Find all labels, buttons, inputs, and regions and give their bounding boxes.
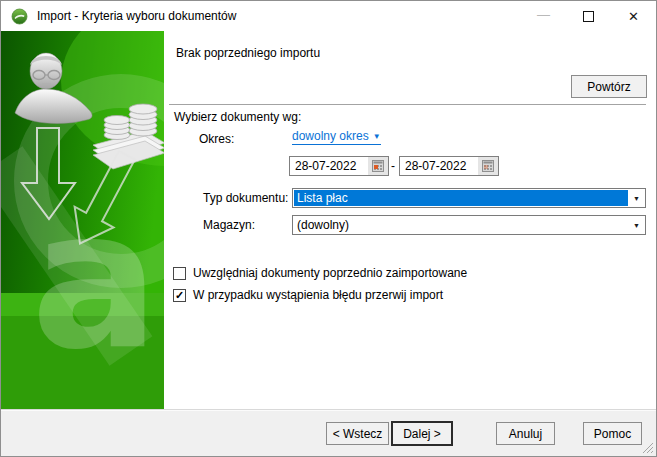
date-to-field: [399, 156, 499, 176]
checkbox-box-unchecked[interactable]: [173, 267, 186, 280]
sidebar-artwork: a: [1, 31, 164, 411]
minimize-icon: —: [537, 7, 550, 22]
date-to-input[interactable]: [400, 159, 472, 173]
import-wizard-dialog: Import - Kryteria wyboru dokumentów — ✕: [0, 0, 657, 457]
period-preset-text: dowolny okres: [292, 129, 369, 143]
calendar-icon: [482, 160, 494, 172]
warehouse-label: Magazyn:: [203, 218, 255, 232]
period-label: Okres:: [199, 132, 234, 146]
date-to-calendar-button[interactable]: [478, 157, 498, 175]
document-type-value: Lista płac: [294, 190, 628, 206]
window-controls: — ✕: [521, 1, 656, 31]
title-bar[interactable]: Import - Kryteria wyboru dokumentów — ✕: [1, 1, 656, 31]
check-icon: ✓: [175, 290, 184, 301]
link-dropdown-arrow-icon: ▼: [373, 132, 381, 141]
resize-grip[interactable]: [642, 442, 654, 454]
warehouse-combobox[interactable]: (dowolny) ▼: [292, 215, 646, 235]
window-title: Import - Kryteria wyboru dokumentów: [37, 9, 236, 23]
date-from-field: [289, 156, 389, 176]
cancel-button[interactable]: Anuluj: [496, 422, 555, 445]
maximize-icon: [583, 11, 594, 22]
app-icon[interactable]: [11, 8, 28, 25]
next-button[interactable]: Dalej >: [391, 421, 453, 446]
date-from-calendar-button[interactable]: [368, 157, 388, 175]
date-range-separator: -: [391, 159, 395, 173]
maximize-button[interactable]: [566, 1, 611, 31]
status-text: Brak poprzedniego importu: [176, 46, 320, 60]
back-button[interactable]: < Wstecz: [326, 422, 389, 445]
close-button[interactable]: ✕: [611, 1, 656, 31]
repeat-button[interactable]: Powtórz: [571, 75, 647, 98]
checkbox-include-imported[interactable]: Uwzględniaj dokumenty poprzednio zaimpor…: [173, 266, 467, 280]
header-separator: [169, 104, 646, 106]
dropdown-arrow-icon: ▼: [628, 222, 645, 229]
calendar-icon: [372, 160, 384, 172]
checkbox-label[interactable]: Uwzględniaj dokumenty poprzednio zaimpor…: [193, 266, 467, 280]
checkbox-label[interactable]: W przypadku wystąpienia błędu przerwij i…: [193, 288, 443, 302]
document-type-combobox[interactable]: Lista płac ▼: [292, 188, 646, 208]
svg-text:a: a: [31, 170, 159, 391]
close-icon: ✕: [628, 9, 639, 24]
checkbox-box-checked[interactable]: ✓: [173, 289, 186, 302]
checkbox-abort-on-error[interactable]: ✓ W przypadku wystąpienia błędu przerwij…: [173, 288, 443, 302]
document-type-label: Typ dokumentu:: [203, 191, 288, 205]
dropdown-arrow-icon: ▼: [628, 195, 645, 202]
date-from-input[interactable]: [290, 159, 362, 173]
help-button[interactable]: Pomoc: [583, 422, 642, 445]
period-preset-link[interactable]: dowolny okres ▼: [292, 129, 381, 145]
minimize-button[interactable]: —: [521, 1, 566, 31]
warehouse-value: (dowolny): [293, 217, 628, 233]
section-label: Wybierz dokumenty wg:: [174, 110, 301, 124]
